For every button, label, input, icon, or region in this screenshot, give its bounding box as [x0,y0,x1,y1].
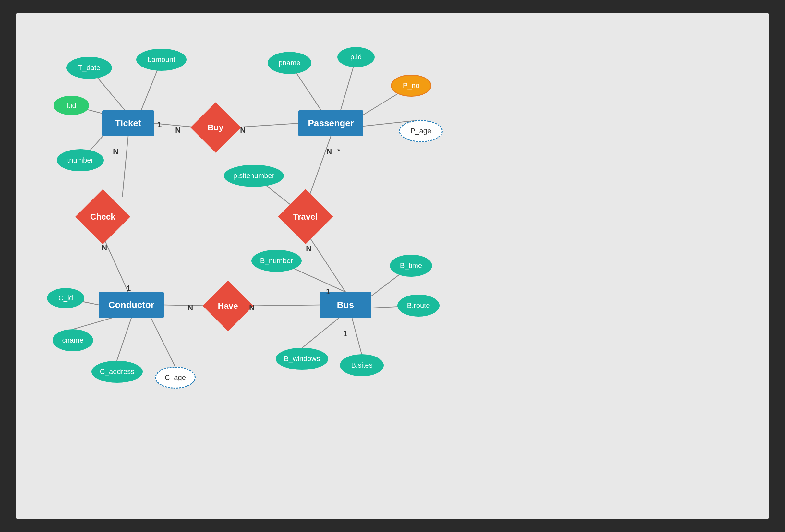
attr-b-sites: B.sites [340,354,384,376]
card-passenger-travel-n: N [326,147,332,156]
svg-line-19 [117,318,131,361]
attr-p-age: P_age [399,120,443,142]
attr-p-id: p.id [337,47,375,67]
relationship-buy: Buy [191,102,241,153]
attr-b-route: B.route [397,295,439,316]
attr-t-id: t.id [53,96,89,115]
svg-line-25 [352,318,362,354]
relationship-check: Check [75,189,130,244]
card-travel-bus-1: 1 [326,287,330,296]
card-ticket-buy-1: 1 [157,120,161,129]
svg-line-7 [246,305,320,306]
svg-line-2 [122,136,128,197]
card-bus-1: 1 [343,329,348,338]
svg-line-24 [302,318,339,348]
card-check-n-bottom: N [102,243,107,252]
card-buy-n1: N [175,126,181,135]
attr-b-windows: B_windows [276,348,328,370]
svg-line-20 [151,318,175,366]
card-ticket-check-n: N [113,147,119,156]
attr-b-number: B_number [251,250,302,272]
attr-cname: cname [53,329,93,351]
er-diagram-canvas: Ticket Passenger Conductor Bus Buy Check… [16,13,769,519]
relationship-travel: Travel [278,189,333,244]
relationship-have: Have [203,281,253,331]
card-passenger-star: * [337,147,340,156]
card-have-n2: N [249,303,255,312]
attr-p-no: P_no [391,75,431,97]
attr-c-address: C_address [92,361,143,383]
card-have-n1: N [187,303,193,312]
attr-tnumber: tnumber [57,149,104,171]
card-check-conductor-1: 1 [127,284,131,293]
svg-line-4 [309,136,331,197]
svg-line-18 [73,318,112,329]
attr-b-time: B_time [390,255,432,277]
attr-t-amount: t.amount [136,49,186,71]
entity-ticket: Ticket [102,110,154,136]
entity-conductor: Conductor [99,292,164,318]
attr-c-age: C_age [155,366,196,389]
card-travel-bus-n: N [306,244,311,253]
svg-line-5 [309,236,346,292]
card-buy-n2: N [240,126,246,135]
attr-t-date: T_date [67,57,112,79]
attr-p-sitenumber: p.sitenumber [224,165,284,187]
attr-pname: pname [268,52,311,74]
entity-passenger: Passenger [299,110,363,136]
attr-c-id: C_id [47,288,84,308]
